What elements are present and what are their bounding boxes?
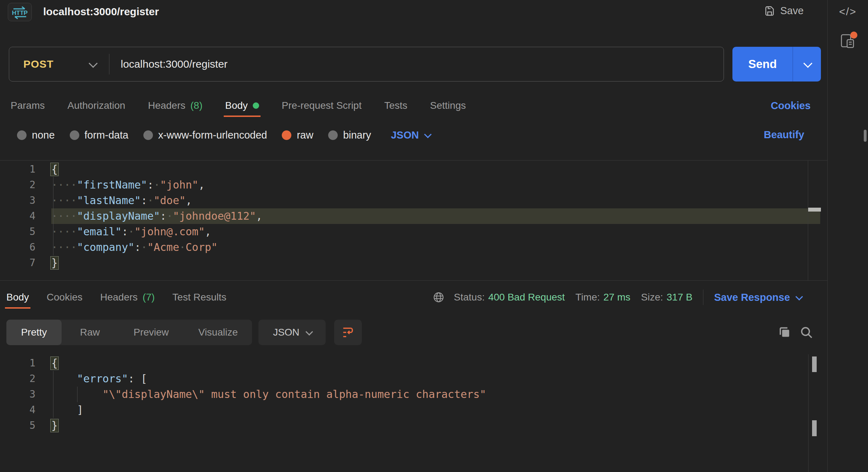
- code-line-content: "\"displayName\" must only contain alpha…: [51, 387, 820, 402]
- line-number: 5: [0, 224, 35, 240]
- code-line-content: {: [51, 162, 820, 177]
- response-format-dropdown[interactable]: JSON: [258, 320, 326, 345]
- code-line: 1{: [0, 355, 827, 371]
- line-number: 5: [0, 418, 35, 433]
- code-line-content: {: [51, 355, 820, 371]
- bracket-pair-guide: [53, 371, 53, 418]
- app-window: HTTP localhost:3000/register Save </> PO…: [0, 0, 868, 472]
- response-tab-headers[interactable]: Headers (7): [100, 286, 155, 309]
- mode-none[interactable]: none: [17, 129, 55, 141]
- code-line-content: "errors": [: [51, 371, 820, 387]
- line-number: 3: [0, 193, 35, 208]
- tab-headers[interactable]: Headers (8): [148, 94, 202, 117]
- right-sidebar: </>: [827, 0, 868, 472]
- response-tab-test-results[interactable]: Test Results: [172, 286, 227, 309]
- active-tab-underline: [224, 116, 261, 117]
- request-tabs: Params Authorization Headers (8) Body Pr…: [11, 94, 466, 117]
- search-icon: [799, 325, 813, 339]
- send-button[interactable]: Send: [732, 47, 821, 82]
- page-title: localhost:3000/register: [43, 6, 159, 18]
- raw-format-dropdown[interactable]: JSON: [391, 129, 430, 141]
- response-tab-cookies[interactable]: Cookies: [47, 286, 82, 309]
- tab-body[interactable]: Body: [225, 94, 259, 117]
- code-line: 5····"email":·"john@.com",: [0, 224, 827, 240]
- method-label: POST: [23, 58, 54, 70]
- line-number: 3: [0, 387, 35, 402]
- notification-dot: [850, 32, 857, 39]
- radio-icon: [143, 130, 153, 140]
- code-line: 3····"lastName":·"doe",: [0, 193, 827, 208]
- code-line-content: ····"company":·"Acme·Corp": [51, 240, 820, 255]
- tab-tests[interactable]: Tests: [384, 94, 407, 117]
- copy-response-button[interactable]: [777, 325, 792, 341]
- code-snippet-icon[interactable]: </>: [828, 6, 868, 18]
- page-scrollbar-thumb[interactable]: [864, 130, 867, 142]
- size-value: 317 B: [667, 292, 692, 303]
- code-line-content: }: [51, 255, 820, 271]
- code-line: 6····"company":·"Acme·Corp": [0, 240, 827, 255]
- beautify-link[interactable]: Beautify: [764, 129, 804, 141]
- status-label: Status:: [454, 292, 485, 303]
- mode-raw[interactable]: raw: [282, 129, 313, 141]
- tab-pre-request-script[interactable]: Pre-request Script: [282, 94, 362, 117]
- body-mode-row: none form-data x-www-form-urlencoded raw…: [17, 124, 430, 146]
- code-line: 4 ]: [0, 402, 827, 418]
- send-options-caret[interactable]: [793, 47, 821, 82]
- request-body-editor[interactable]: 1{2····"firstName":·"john",3····"lastNam…: [0, 160, 827, 281]
- response-meta: Status: 400 Bad Request Time: 27 ms Size…: [433, 286, 801, 308]
- chevron-down-icon: [424, 130, 432, 138]
- line-number: 2: [0, 177, 35, 193]
- tab-authorization[interactable]: Authorization: [67, 94, 125, 117]
- chevron-down-icon: [803, 59, 812, 68]
- bracket-pair-guide: [53, 177, 53, 255]
- search-response-button[interactable]: [799, 325, 813, 341]
- line-number: 6: [0, 240, 35, 255]
- save-response-button[interactable]: Save Response: [714, 292, 790, 303]
- radio-icon: [17, 130, 27, 140]
- editor-scrollbar-thumb[interactable]: [808, 208, 821, 212]
- view-preview[interactable]: Preview: [118, 320, 184, 345]
- mode-form-data[interactable]: form-data: [70, 129, 129, 141]
- editor-scrollbar-thumb[interactable]: [812, 356, 817, 372]
- line-number: 7: [0, 255, 35, 271]
- divider: [109, 54, 109, 74]
- mode-binary[interactable]: binary: [328, 129, 371, 141]
- tab-params[interactable]: Params: [11, 94, 45, 117]
- editor-scrollbar-track: [808, 354, 809, 472]
- active-tab-underline: [5, 307, 30, 309]
- divider: [703, 290, 703, 305]
- response-tab-body[interactable]: Body: [6, 286, 29, 309]
- send-button-label[interactable]: Send: [732, 47, 793, 82]
- chevron-down-icon: [305, 328, 313, 335]
- mode-x-www-form-urlencoded[interactable]: x-www-form-urlencoded: [143, 129, 267, 141]
- svg-text:HTTP: HTTP: [12, 10, 28, 16]
- line-number: 4: [0, 402, 35, 418]
- code-line-content: ····"displayName":·"johndoe@112",: [51, 208, 820, 224]
- http-method-badge: HTTP: [8, 3, 32, 21]
- save-button-label: Save: [780, 5, 804, 17]
- view-pretty[interactable]: Pretty: [6, 320, 62, 345]
- code-line: 1{: [0, 162, 827, 177]
- tab-settings[interactable]: Settings: [430, 94, 466, 117]
- cookies-link[interactable]: Cookies: [771, 100, 811, 112]
- response-body-editor[interactable]: 1{2 "errors": [3 "\"displayName\" must o…: [0, 354, 827, 472]
- view-raw[interactable]: Raw: [62, 320, 118, 345]
- code-line-content: ]: [51, 402, 820, 418]
- url-input[interactable]: [120, 58, 724, 71]
- code-line: 4····"displayName":·"johndoe@112",: [0, 208, 827, 224]
- chevron-down-icon[interactable]: [795, 293, 803, 300]
- editor-scrollbar-thumb[interactable]: [812, 420, 817, 436]
- code-line: 2····"firstName":·"john",: [0, 177, 827, 193]
- save-button[interactable]: Save: [764, 5, 804, 17]
- floppy-save-icon: [764, 5, 775, 17]
- indent-guide: [77, 387, 78, 402]
- radio-selected-icon: [282, 130, 291, 140]
- view-visualize[interactable]: Visualize: [184, 320, 252, 345]
- line-number: 1: [0, 355, 35, 371]
- code-line: 3 "\"displayName\" must only contain alp…: [0, 387, 827, 402]
- response-tabs: Body Cookies Headers (7) Test Results: [6, 286, 227, 308]
- cookies-manager-icon[interactable]: [839, 31, 858, 51]
- method-selector[interactable]: POST: [9, 58, 109, 70]
- code-line-content: ····"email":·"john@.com",: [51, 224, 820, 240]
- wrap-text-button[interactable]: [334, 320, 362, 345]
